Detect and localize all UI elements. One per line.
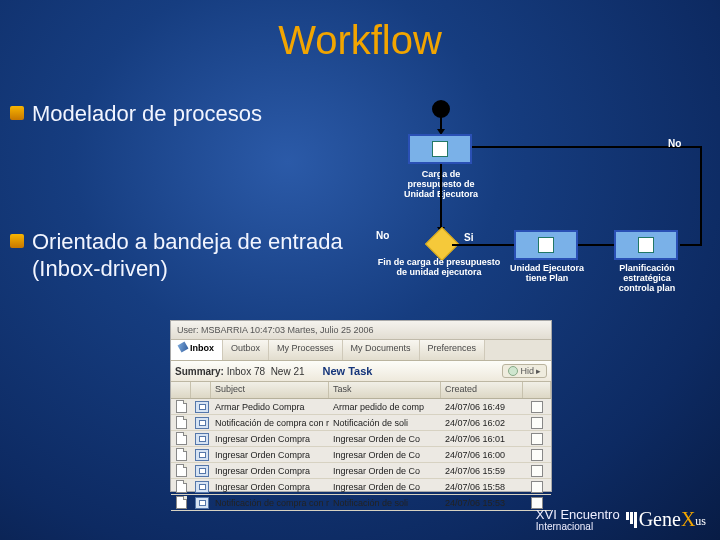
cell-created: 24/07/06 16:00 <box>441 450 523 460</box>
table-row[interactable]: Ingresar Orden CompraIngresar Orden de C… <box>171 431 551 447</box>
slide-title: Workflow <box>0 18 720 63</box>
page-icon <box>171 496 191 509</box>
table-row[interactable]: Armar Pedido CompraArmar pedido de comp2… <box>171 399 551 415</box>
task-box-2 <box>514 230 578 260</box>
summary-row: Summary: Inbox 78 New 21 New Task Hid ▸ <box>171 361 551 382</box>
cell-subject: Ingresar Orden Compra <box>211 434 329 444</box>
inbox-rows: Armar Pedido CompraArmar pedido de comp2… <box>171 399 551 511</box>
arrow-line <box>440 116 442 130</box>
page-icon <box>171 480 191 493</box>
hide-button[interactable]: Hid ▸ <box>502 364 547 378</box>
bullet-text-1: Modelador de procesos <box>32 100 262 128</box>
cell-task: Ingresar Orden de Co <box>329 434 441 444</box>
pencil-icon <box>178 342 189 353</box>
bullet-icon <box>10 106 24 120</box>
col-created[interactable]: Created <box>441 382 523 398</box>
tab-mydocuments[interactable]: My Documents <box>343 340 420 360</box>
task-box-1 <box>408 134 472 164</box>
tab-outbox[interactable]: Outbox <box>223 340 269 360</box>
tab-label: Inbox <box>190 343 214 353</box>
workflow-icon <box>191 401 211 413</box>
cell-subject: Armar Pedido Compra <box>211 402 329 412</box>
workflow-icon <box>191 481 211 493</box>
page-icon <box>171 464 191 477</box>
table-row[interactable]: Notificación de compra con rec ordeneNot… <box>171 495 551 511</box>
brand-a: Gene <box>639 508 681 530</box>
table-row[interactable]: Notificación de compra con rec ordeneNot… <box>171 415 551 431</box>
encuentro-line2: Internacional <box>536 521 593 532</box>
task-icon <box>432 141 448 157</box>
cell-created: 24/07/06 15:59 <box>441 466 523 476</box>
process-diagram: Carga de presupuesto de Unidad Ejecutora… <box>380 100 710 305</box>
page-icon <box>171 448 191 461</box>
task-icon <box>538 237 554 253</box>
bars-icon <box>626 512 637 528</box>
cell-task: Ingresar Orden de Co <box>329 482 441 492</box>
hide-label: Hid <box>520 366 534 376</box>
workflow-icon <box>191 497 211 509</box>
slide: Workflow Modelador de procesos Orientado… <box>0 0 720 540</box>
workflow-icon <box>191 465 211 477</box>
task-label-3: Planificación estratégica controla plan <box>606 264 688 294</box>
cell-created: 24/07/06 15:53 <box>441 498 523 508</box>
col-task[interactable]: Task <box>329 382 441 398</box>
cell-subject: Ingresar Orden Compra <box>211 450 329 460</box>
tab-preferences[interactable]: Preferences <box>420 340 486 360</box>
inbox-window: User: MSBARRIA 10:47:03 Martes, Julio 25… <box>170 320 552 492</box>
cell-check[interactable] <box>523 449 551 461</box>
inbox-header-row: Subject Task Created <box>171 382 551 399</box>
workflow-icon <box>191 433 211 445</box>
table-row[interactable]: Ingresar Orden CompraIngresar Orden de C… <box>171 479 551 495</box>
cell-check[interactable] <box>523 465 551 477</box>
genexus-wordmark: GeneXus <box>639 508 706 531</box>
bullet-row-1: Modelador de procesos <box>10 100 390 128</box>
cell-task: Armar pedido de comp <box>329 402 441 412</box>
arrow-line <box>700 146 702 246</box>
cell-check[interactable] <box>523 433 551 445</box>
cell-created: 24/07/06 16:49 <box>441 402 523 412</box>
cell-check[interactable] <box>523 417 551 429</box>
decision-caption: Fin de carga de presupuesto de unidad ej… <box>374 258 504 278</box>
cell-created: 24/07/06 16:02 <box>441 418 523 428</box>
decision-label-si: Si <box>464 232 473 243</box>
circle-icon <box>508 366 518 376</box>
task-label-2: Unidad Ejecutora tiene Plan <box>508 264 586 284</box>
tab-inbox[interactable]: Inbox <box>171 340 223 360</box>
new-task-link[interactable]: New Task <box>323 365 373 377</box>
table-row[interactable]: Ingresar Orden CompraIngresar Orden de C… <box>171 447 551 463</box>
page-icon <box>171 432 191 445</box>
cell-subject: Ingresar Orden Compra <box>211 482 329 492</box>
col-icon-1 <box>171 382 191 398</box>
encuentro-text: XVI Encuentro Internacional <box>536 508 620 532</box>
cell-task: Notificación de soli <box>329 418 441 428</box>
workflow-icon <box>191 449 211 461</box>
cell-created: 24/07/06 15:58 <box>441 482 523 492</box>
cell-created: 24/07/06 16:01 <box>441 434 523 444</box>
genexus-logo: GeneXus <box>626 508 706 531</box>
cell-task: Ingresar Orden de Co <box>329 450 441 460</box>
arrow-line <box>578 244 614 246</box>
page-icon <box>171 416 191 429</box>
summary-text: Summary: Inbox 78 New 21 <box>175 366 305 377</box>
arrow-line <box>472 146 700 148</box>
arrow-line <box>680 244 700 246</box>
cell-subject: Notificación de compra con rec ordene <box>211 498 329 508</box>
cell-task: Ingresar Orden de Co <box>329 466 441 476</box>
page-icon <box>171 400 191 413</box>
decision-label-no: No <box>376 230 389 241</box>
task-box-3 <box>614 230 678 260</box>
cell-check[interactable] <box>523 481 551 493</box>
brand-b: X <box>681 508 695 530</box>
inbox-topbar: User: MSBARRIA 10:47:03 Martes, Julio 25… <box>171 321 551 340</box>
inbox-tabs: Inbox Outbox My Processes My Documents P… <box>171 340 551 361</box>
cell-subject: Notificación de compra con rec ordene <box>211 418 329 428</box>
cell-task: Notificación de soli <box>329 498 441 508</box>
col-subject[interactable]: Subject <box>211 382 329 398</box>
summary-inbox: Inbox 78 <box>227 366 265 377</box>
col-check <box>523 382 551 398</box>
bullet-row-2: Orientado a bandeja de entrada (Inbox-dr… <box>10 228 390 283</box>
cell-check[interactable] <box>523 401 551 413</box>
brand-c: us <box>695 514 706 528</box>
tab-myprocesses[interactable]: My Processes <box>269 340 343 360</box>
table-row[interactable]: Ingresar Orden CompraIngresar Orden de C… <box>171 463 551 479</box>
